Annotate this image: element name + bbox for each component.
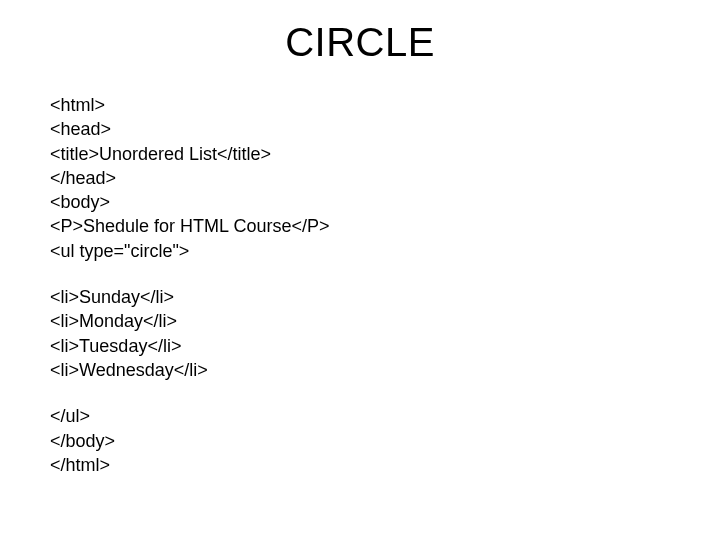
slide-container: CIRCLE <html> <head> <title>Unordered Li… xyxy=(0,0,720,540)
blank-line xyxy=(50,382,670,404)
code-line: </ul> xyxy=(50,404,670,428)
code-line: <li>Sunday</li> xyxy=(50,285,670,309)
code-line: <head> xyxy=(50,117,670,141)
code-line: <li>Tuesday</li> xyxy=(50,334,670,358)
blank-line xyxy=(50,263,670,285)
code-line: <li>Monday</li> xyxy=(50,309,670,333)
code-line: <P>Shedule for HTML Course</P> xyxy=(50,214,670,238)
code-line: </html> xyxy=(50,453,670,477)
code-line: </body> xyxy=(50,429,670,453)
code-block: <html> <head> <title>Unordered List</tit… xyxy=(50,93,670,477)
code-line: <li>Wednesday</li> xyxy=(50,358,670,382)
code-line: <body> xyxy=(50,190,670,214)
slide-title: CIRCLE xyxy=(50,20,670,65)
code-line: </head> xyxy=(50,166,670,190)
code-line: <title>Unordered List</title> xyxy=(50,142,670,166)
code-line: <ul type="circle"> xyxy=(50,239,670,263)
code-line: <html> xyxy=(50,93,670,117)
